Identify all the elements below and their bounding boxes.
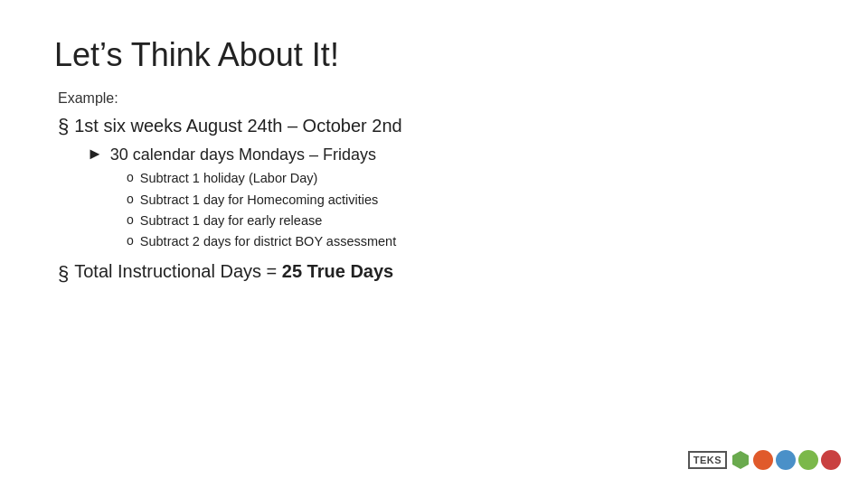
subbullet-item: oSubtract 2 days for district BOY assess…	[127, 232, 814, 250]
bullet2-text: 30 calendar days Mondays – Fridays	[110, 144, 376, 165]
subbullet-marker: o	[127, 212, 134, 227]
total-text-plain: Total Instructional Days =	[74, 261, 282, 281]
subbullet-text: Subtract 1 day for early release	[140, 211, 323, 230]
slide-title: Let’s Think About It!	[54, 36, 814, 74]
slide: Let’s Think About It! Example: § 1st six…	[0, 0, 868, 488]
subbullet-item: oSubtract 1 holiday (Labor Day)	[127, 169, 814, 187]
bullet1-marker: §	[58, 115, 69, 138]
example-label: Example:	[58, 90, 814, 107]
subbullet-list: oSubtract 1 holiday (Labor Day)oSubtract…	[127, 169, 814, 250]
circle-green	[798, 450, 818, 470]
subbullet-text: Subtract 2 days for district BOY assessm…	[140, 232, 396, 250]
bullet-level2: ► 30 calendar days Mondays – Fridays	[87, 144, 814, 165]
total-text-bold: 25 True Days	[282, 261, 393, 281]
circle-blue	[776, 450, 796, 470]
bullet2-marker: ►	[87, 145, 103, 164]
circle-orange	[753, 450, 773, 470]
subbullet-item: oSubtract 1 day for Homecoming activitie…	[127, 191, 814, 209]
teks-logo: TEKS	[688, 450, 841, 470]
bullet-level1: § 1st six weeks August 24th – October 2n…	[58, 114, 814, 138]
total-line: § Total Instructional Days = 25 True Day…	[58, 261, 814, 286]
total-marker: §	[58, 262, 69, 286]
hex-shape	[731, 450, 750, 470]
subbullet-text: Subtract 1 day for Homecoming activities	[140, 191, 379, 209]
total-text: Total Instructional Days = 25 True Days	[74, 261, 393, 282]
circle-red	[821, 450, 841, 470]
teks-logo-text: TEKS	[688, 451, 727, 469]
logo-shapes	[731, 450, 841, 470]
svg-marker-0	[732, 451, 749, 469]
subbullet-marker: o	[127, 170, 134, 184]
subbullet-item: oSubtract 1 day for early release	[127, 211, 814, 230]
subbullet-text: Subtract 1 holiday (Labor Day)	[140, 169, 318, 187]
subbullet-marker: o	[127, 233, 134, 248]
subbullet-marker: o	[127, 192, 134, 206]
bullet1-text: 1st six weeks August 24th – October 2nd	[74, 114, 401, 138]
